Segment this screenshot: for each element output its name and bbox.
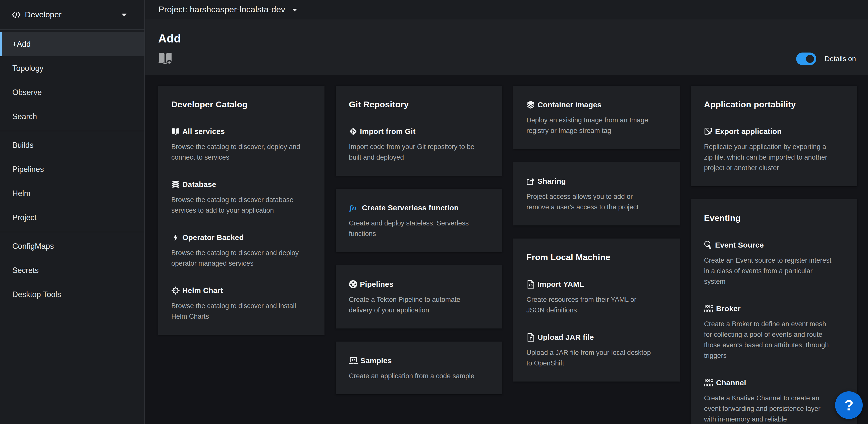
sidebar-item-pipelines[interactable]: Pipelines	[0, 157, 145, 181]
add-option-channel: ChannelCreate a Knative Channel to creat…	[704, 377, 844, 424]
add-option-description: Deploy an existing Image from an Image r…	[526, 115, 656, 136]
sidebar-item-builds[interactable]: Builds	[0, 133, 145, 157]
add-option-link[interactable]: Sharing	[526, 175, 666, 187]
svg-text:HELM: HELM	[173, 289, 178, 292]
add-option-link[interactable]: Import YAML	[526, 278, 666, 290]
add-option-operator-backed: Operator BackedBrowse the catalog to dis…	[171, 231, 311, 269]
nav-group-divider	[0, 232, 145, 232]
add-option-description: Import code from your Git repository to …	[349, 141, 478, 163]
add-option-description: Create a Knative Channel to create an ev…	[704, 393, 833, 424]
details-toggle[interactable]	[796, 53, 816, 65]
add-option-title: Upload JAR file	[537, 331, 594, 343]
code-icon	[12, 10, 21, 19]
add-option-pipelines: PipelinesCreate a Tekton Pipeline to aut…	[349, 278, 489, 315]
card-title: Git Repository	[349, 99, 489, 110]
add-option-link[interactable]: Container images	[526, 99, 666, 111]
card: Container imagesDeploy an existing Image…	[514, 86, 680, 149]
add-option-title: Operator Backed	[182, 231, 244, 244]
card-column-1: Developer CatalogAll servicesBrowse the …	[158, 86, 324, 335]
add-option-description: Create an application from a code sample	[349, 371, 478, 381]
export-icon	[704, 127, 713, 136]
add-option-event-source: Event SourceCreate an Event source to re…	[704, 239, 844, 287]
add-option-description: Upload a JAR file from your local deskto…	[526, 347, 656, 368]
topbar: Project: harshcasper-localsta-dev	[146, 0, 868, 19]
nav-group-divider	[0, 131, 145, 131]
card-title: Application portability	[704, 99, 844, 110]
caret-down-icon	[292, 8, 298, 12]
database-icon	[171, 180, 180, 189]
add-option-link[interactable]: Broker	[704, 303, 844, 315]
add-option-description: Browse the catalog to discover and insta…	[171, 301, 301, 322]
add-option-link[interactable]: Event Source	[704, 239, 844, 251]
add-option-description: Create a Tekton Pipeline to automate del…	[349, 294, 478, 315]
add-option-link[interactable]: Samples	[349, 355, 489, 367]
git-icon	[349, 127, 358, 136]
sidebar-nav: +AddTopologyObserveSearchBuildsPipelines…	[0, 30, 145, 307]
sidebar-item-secrets[interactable]: Secrets	[0, 258, 145, 283]
sidebar-item-add[interactable]: +Add	[0, 32, 145, 56]
add-option-title: Export application	[715, 125, 782, 138]
add-option-link[interactable]: Upload JAR file	[526, 331, 666, 343]
add-option-broker: BrokerCreate a Broker to define an event…	[704, 303, 844, 361]
help-button[interactable]: ?	[835, 391, 863, 419]
card: From Local MachineImport YAMLCreate reso…	[514, 238, 680, 381]
add-option-upload-jar-file: Upload JAR fileUpload a JAR file from yo…	[526, 331, 666, 368]
details-toggle-group: Details on	[796, 53, 856, 65]
add-option-description: Create a Broker to define an event mesh …	[704, 319, 833, 361]
card: fnCreate Serverless functionCreate and d…	[336, 189, 502, 252]
sidebar-item-search[interactable]: Search	[0, 105, 145, 129]
details-toggle-label: Details on	[825, 55, 856, 63]
add-option-link[interactable]: All services	[171, 125, 311, 138]
add-option-create-serverless-function: fnCreate Serverless functionCreate and d…	[349, 202, 489, 239]
page-title: Add	[158, 31, 856, 46]
add-option-title: Import YAML	[537, 278, 584, 290]
card-title: Eventing	[704, 213, 844, 223]
question-icon: ?	[844, 397, 854, 414]
content: Developer CatalogAll servicesBrowse the …	[146, 75, 868, 424]
add-option-title: Container images	[537, 99, 601, 111]
card-title: Developer Catalog	[171, 99, 311, 110]
sidebar-item-helm[interactable]: Helm	[0, 181, 145, 205]
add-option-helm-chart: HELMHelm ChartBrowse the catalog to disc…	[171, 284, 311, 322]
add-option-link[interactable]: Import from Git	[349, 125, 489, 138]
add-option-link[interactable]: Operator Backed	[171, 231, 311, 244]
add-option-title: Helm Chart	[182, 284, 223, 296]
add-option-title: Database	[182, 178, 216, 191]
card: Application portabilityExport applicatio…	[691, 86, 857, 186]
add-option-description: Project access allows you to add or remo…	[526, 191, 656, 213]
card-column-4: Application portabilityExport applicatio…	[691, 86, 857, 424]
perspective-switcher[interactable]: Developer	[0, 0, 145, 30]
add-option-link[interactable]: Pipelines	[349, 278, 489, 290]
layers-icon	[526, 100, 535, 109]
add-option-link[interactable]: Database	[171, 178, 311, 191]
file-upload-icon	[526, 333, 535, 342]
add-option-link[interactable]: fnCreate Serverless function	[349, 202, 489, 214]
sidebar-item-configmaps[interactable]: ConfigMaps	[0, 234, 145, 258]
catalog-plus-icon[interactable]	[158, 52, 172, 65]
fn-icon: fn	[349, 203, 360, 213]
sidebar-item-observe[interactable]: Observe	[0, 80, 145, 105]
add-option-title: Create Serverless function	[362, 202, 459, 214]
card: Git RepositoryImport from GitImport code…	[336, 86, 502, 176]
sidebar-item-topology[interactable]: Topology	[0, 56, 145, 80]
add-option-title: Import from Git	[360, 125, 415, 138]
channel-icon	[704, 378, 714, 387]
add-option-title: Channel	[716, 377, 746, 389]
add-option-link[interactable]: HELMHelm Chart	[171, 284, 311, 296]
card: EventingEvent SourceCreate an Event sour…	[691, 199, 857, 424]
add-option-link[interactable]: Channel	[704, 377, 844, 389]
card-column-3: Container imagesDeploy an existing Image…	[514, 86, 680, 381]
event-source-icon	[704, 241, 713, 250]
add-option-link[interactable]: Export application	[704, 125, 844, 138]
add-option-description: Create and deploy stateless, Serverless …	[349, 218, 478, 239]
file-code-icon	[526, 280, 535, 289]
page-header: Add Details on	[146, 19, 868, 75]
add-option-import-yaml: Import YAMLCreate resources from their Y…	[526, 278, 666, 315]
sidebar-item-desktop-tools[interactable]: Desktop Tools	[0, 283, 145, 307]
add-option-description: Browse the catalog to discover, deploy a…	[171, 141, 301, 163]
add-option-database: DatabaseBrowse the catalog to discover d…	[171, 178, 311, 216]
caret-down-icon	[121, 13, 127, 17]
project-switcher[interactable]: Project: harshcasper-localsta-dev	[158, 4, 298, 14]
sidebar-item-project[interactable]: Project	[0, 205, 145, 230]
toggle-knob	[806, 55, 814, 63]
